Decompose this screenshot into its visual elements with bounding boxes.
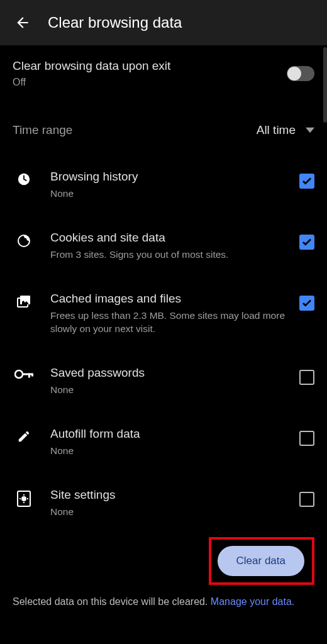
- clear-data-button[interactable]: Clear data: [218, 546, 304, 576]
- option-title: Autofill form data: [50, 427, 287, 441]
- option-site-settings[interactable]: Site settings None: [13, 473, 314, 534]
- back-button[interactable]: [10, 10, 35, 35]
- svg-rect-9: [31, 373, 33, 376]
- option-passwords[interactable]: Saved passwords None: [13, 351, 314, 412]
- chevron-down-icon: [306, 127, 314, 133]
- site-settings-icon: [17, 491, 31, 507]
- option-checkbox-cookies[interactable]: [299, 235, 314, 250]
- clear-on-exit-status: Off: [13, 77, 170, 88]
- clear-on-exit-title: Clear browsing data upon exit: [13, 59, 170, 73]
- time-range-row: Time range All time: [13, 101, 314, 155]
- option-checkbox-cache[interactable]: [299, 296, 314, 311]
- toggle-knob: [287, 67, 301, 80]
- pencil-icon: [17, 430, 31, 443]
- option-checkbox-history[interactable]: [299, 174, 314, 189]
- svg-rect-8: [28, 373, 30, 377]
- arrow-back-icon: [14, 14, 31, 31]
- scrollbar[interactable]: [323, 47, 327, 123]
- option-subtitle: None: [50, 384, 287, 397]
- option-subtitle: From 3 sites. Signs you out of most site…: [50, 248, 287, 262]
- time-range-label: Time range: [13, 123, 72, 137]
- option-title: Saved passwords: [50, 366, 287, 380]
- option-checkbox-autofill[interactable]: [299, 431, 314, 446]
- key-icon: [14, 369, 33, 380]
- option-cookies[interactable]: Cookies and site data From 3 sites. Sign…: [13, 216, 314, 277]
- time-range-dropdown[interactable]: All time: [257, 123, 314, 137]
- option-title: Cookies and site data: [50, 231, 287, 245]
- option-subtitle: None: [50, 445, 287, 458]
- page-title: Clear browsing data: [48, 14, 182, 31]
- svg-point-6: [15, 370, 23, 378]
- cookie-icon: [16, 233, 31, 248]
- option-autofill[interactable]: Autofill form data None: [13, 412, 314, 473]
- svg-point-2: [22, 242, 24, 244]
- manage-data-link[interactable]: Manage your data.: [211, 596, 294, 607]
- option-title: Cached images and files: [50, 292, 287, 306]
- svg-point-1: [21, 238, 23, 240]
- option-subtitle: None: [50, 187, 287, 201]
- clear-on-exit-toggle[interactable]: [287, 66, 314, 81]
- option-subtitle: Frees up less than 2.3 MB. Some sites ma…: [50, 309, 287, 336]
- option-subtitle: None: [50, 506, 287, 519]
- option-history[interactable]: Browsing history None: [13, 155, 314, 216]
- footer-text: Selected data on this device will be cle…: [13, 591, 314, 609]
- clock-icon: [17, 172, 31, 186]
- svg-point-11: [22, 497, 26, 501]
- option-checkbox-passwords[interactable]: [299, 370, 314, 385]
- footer-info: Selected data on this device will be cle…: [13, 596, 211, 607]
- svg-point-3: [25, 242, 27, 243]
- option-title: Site settings: [50, 488, 287, 502]
- time-range-value: All time: [257, 123, 296, 137]
- clear-on-exit-row[interactable]: Clear browsing data upon exit Off: [13, 45, 314, 101]
- svg-rect-7: [22, 373, 32, 375]
- option-title: Browsing history: [50, 170, 287, 184]
- option-cache[interactable]: Cached images and files Frees up less th…: [13, 277, 314, 351]
- appbar: Clear browsing data: [0, 0, 327, 45]
- highlight-box: Clear data: [209, 537, 314, 585]
- option-checkbox-site-settings[interactable]: [299, 492, 314, 507]
- image-icon: [16, 294, 31, 309]
